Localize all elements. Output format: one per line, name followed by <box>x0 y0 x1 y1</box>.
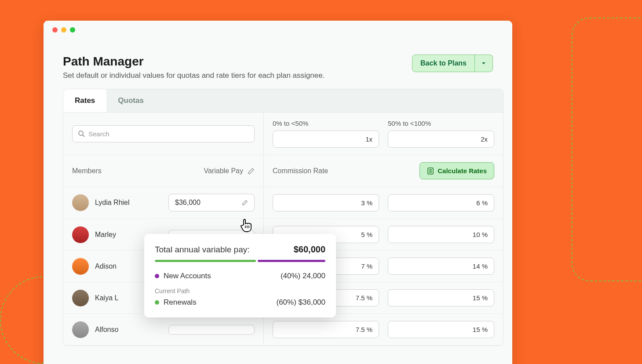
avatar <box>72 290 89 306</box>
rates-panel: Rates Quotas Search 0% to <50% 1x <box>63 89 503 346</box>
table-row: Alfonso 7.5 % 15 % <box>63 314 503 346</box>
back-dropdown-button[interactable] <box>475 55 493 72</box>
chevron-down-icon <box>481 61 486 66</box>
rate-tier-2-input[interactable]: 6 % <box>388 194 494 211</box>
filter-row: Search 0% to <50% 1x 50% to <100% 2x <box>63 113 503 155</box>
tab-rates[interactable]: Rates <box>63 89 106 112</box>
dot-icon <box>155 300 159 305</box>
dot-icon <box>155 274 159 278</box>
pencil-icon <box>242 200 248 206</box>
members-header: Members <box>72 167 102 175</box>
calculator-icon <box>427 167 434 175</box>
search-icon <box>78 130 85 137</box>
edit-variable-pay-icon[interactable] <box>248 167 255 175</box>
rate-tier-2-input[interactable]: 10 % <box>388 226 494 243</box>
app-window: Path Manager Set default or individual v… <box>44 21 512 364</box>
back-to-plans-group: Back to Plans <box>412 55 493 72</box>
rate-tier-2-input[interactable]: 14 % <box>388 258 494 275</box>
commission-rate-header: Commission Rate <box>273 167 411 175</box>
search-input[interactable]: Search <box>72 125 255 142</box>
tier-1-label: 0% to <50% <box>273 120 379 127</box>
tier-2-label: 50% to <100% <box>388 120 494 127</box>
rate-tier-2-input[interactable]: 15 % <box>388 289 494 306</box>
tier-1-input[interactable]: 1x <box>273 131 379 148</box>
tooltip-title: Total annual variable pay: <box>155 245 249 255</box>
svg-line-1 <box>83 135 84 137</box>
close-icon[interactable] <box>52 27 58 33</box>
window-titlebar <box>44 21 512 39</box>
column-header-row: Members Variable Pay Commission Rate Cal… <box>63 155 503 187</box>
avatar <box>72 226 89 243</box>
search-placeholder: Search <box>88 130 109 138</box>
tooltip-bar <box>155 260 325 262</box>
minimize-icon[interactable] <box>61 27 66 33</box>
avatar <box>72 194 89 211</box>
calculate-rates-button[interactable]: Calculate Rates <box>419 162 494 179</box>
tier-2-input[interactable]: 2x <box>388 131 494 148</box>
tab-bar: Rates Quotas <box>63 89 503 113</box>
tooltip-renewals-label: Renewals <box>164 298 197 307</box>
page-header: Path Manager Set default or individual v… <box>44 39 512 89</box>
decorative-frame <box>572 18 642 281</box>
variable-pay-header: Variable Pay <box>204 167 243 175</box>
variable-pay-input[interactable] <box>168 325 255 335</box>
svg-point-0 <box>79 131 83 135</box>
rate-tier-1-input[interactable]: 7.5 % <box>273 321 379 338</box>
page-title: Path Manager <box>63 55 412 69</box>
maximize-icon[interactable] <box>70 27 75 33</box>
back-to-plans-button[interactable]: Back to Plans <box>412 55 475 72</box>
rate-tier-2-input[interactable]: 15 % <box>388 321 494 338</box>
variable-pay-input[interactable]: $36,000 <box>168 194 255 211</box>
variable-pay-tooltip: Total annual variable pay: $60,000 New A… <box>144 234 336 317</box>
tab-quotas[interactable]: Quotas <box>106 89 155 112</box>
table-row: Lydia Rhiel $36,000 3 % 6 % <box>63 187 503 219</box>
member-name: Lydia Rhiel <box>95 199 162 207</box>
rate-tier-1-input[interactable]: 3 % <box>273 194 379 211</box>
tooltip-current-path-label: Current Path <box>155 288 325 295</box>
page-subtitle: Set default or individual values for quo… <box>63 71 412 80</box>
avatar <box>72 321 89 338</box>
bar-segment-new-accounts <box>258 260 325 262</box>
cursor-pointer-icon <box>239 218 253 233</box>
tooltip-renewals-value: (60%) $36,000 <box>276 298 325 307</box>
member-name: Alfonso <box>95 326 162 334</box>
bar-segment-renewals <box>155 260 256 262</box>
avatar <box>72 258 89 275</box>
tooltip-new-accounts-value: (40%) 24,000 <box>281 272 325 280</box>
tooltip-total: $60,000 <box>294 244 325 255</box>
tooltip-new-accounts-label: New Accounts <box>164 272 211 280</box>
